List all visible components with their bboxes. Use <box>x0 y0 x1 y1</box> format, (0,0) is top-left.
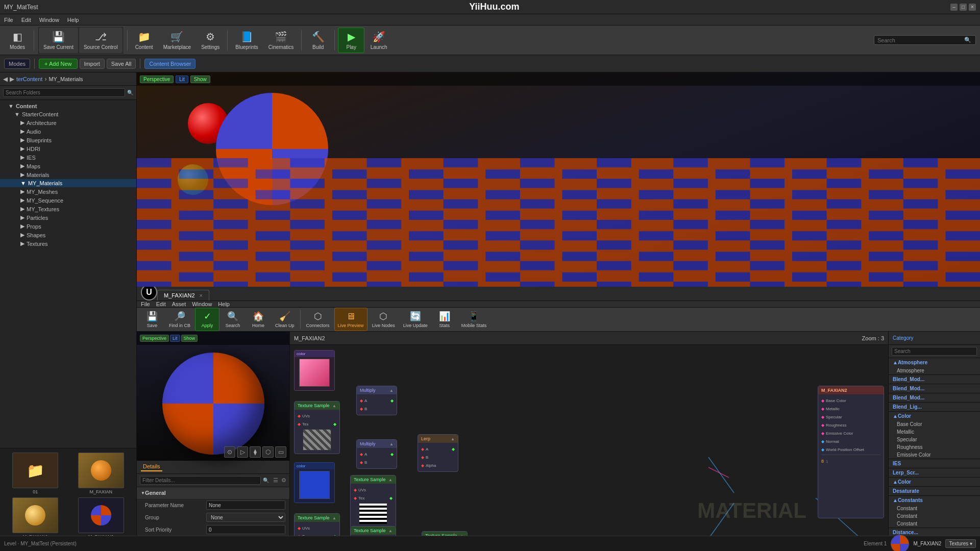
tree-item-starter[interactable]: ▼ StarterContent <box>0 110 136 118</box>
tree-item-my-sequence[interactable]: ▶ MY_Sequence <box>0 196 136 205</box>
palette-specular[interactable]: Specular <box>889 436 980 443</box>
mat-menu-window[interactable]: Window <box>192 301 212 307</box>
breadcrumb-root[interactable]: terContent <box>16 76 42 82</box>
settings-button[interactable]: ⚙ Settings <box>197 28 224 53</box>
live-preview-button[interactable]: 🖥 Live Preview <box>334 308 368 331</box>
find-in-cb-button[interactable]: 🔎 Find in CB <box>165 308 194 331</box>
tree-item-content[interactable]: ▼ Content <box>0 102 136 110</box>
preview-ctrl-4[interactable]: ⬡ <box>262 446 274 458</box>
texture-sample-node-3[interactable]: Texture Sample ▲ ◆UVs ◆Tex◆ <box>350 475 396 528</box>
palette-constant2[interactable]: Constant <box>889 512 980 520</box>
palette-color-header[interactable]: ▲Color <box>889 412 980 420</box>
tree-item-audio[interactable]: ▶ Audio <box>0 127 136 136</box>
output-node[interactable]: M_FAXIAN2 ◆Base Color ◆Metallic ◆Specula… <box>818 386 884 518</box>
forward-arrow[interactable]: ▶ <box>10 76 14 83</box>
lit-button[interactable]: Lit <box>176 76 188 83</box>
color-node[interactable]: color <box>294 350 335 391</box>
tree-item-hdri[interactable]: ▶ HDRI <box>0 144 136 153</box>
palette-constants-header[interactable]: ▲Constants <box>889 496 980 505</box>
stats-button[interactable]: 📊 Stats <box>432 308 457 331</box>
back-arrow[interactable]: ◀ <box>3 76 8 83</box>
tree-item-my-meshes[interactable]: ▶ MY_Meshes <box>0 187 136 196</box>
apply-button[interactable]: ✓ Apply <box>195 308 219 331</box>
mat-menu-help[interactable]: Help <box>218 301 230 307</box>
connectors-button[interactable]: ⬡ Connectors <box>303 308 333 331</box>
modes-button[interactable]: ◧ Modes <box>4 28 31 53</box>
category-tab[interactable]: Category <box>893 335 914 341</box>
palette-color2-header[interactable]: ▲Color <box>889 478 980 486</box>
content-button[interactable]: 📁 Content <box>131 28 158 53</box>
palette-blend3-header[interactable]: Blend_Mod... <box>889 393 980 402</box>
maximize-button[interactable]: □ <box>960 4 967 11</box>
launch-button[interactable]: 🚀 Launch <box>365 28 392 53</box>
palette-atmosphere-item[interactable]: Atmosphere <box>889 367 980 374</box>
palette-lerp2-header[interactable]: Lerp_Scr... <box>889 468 980 477</box>
content-browser-button[interactable]: Content Browser <box>144 59 195 69</box>
play-button[interactable]: ▶ Play <box>338 28 364 53</box>
group-select[interactable]: None <box>206 513 285 522</box>
tree-item-my-materials[interactable]: ▼ MY_Materials <box>0 179 136 187</box>
list-view-icon[interactable]: ☰ <box>273 477 278 484</box>
palette-atmosphere-header[interactable]: ▲Atmosphere <box>889 358 980 367</box>
palette-roughness[interactable]: Roughness <box>889 443 980 451</box>
marketplace-button[interactable]: 🛒 Marketplace <box>159 28 195 53</box>
minimize-button[interactable]: – <box>950 4 958 11</box>
blueprints-button[interactable]: 📘 Blueprints <box>231 28 262 53</box>
mat-menu-file[interactable]: File <box>141 301 150 307</box>
home-button[interactable]: 🏠 Home <box>246 308 271 331</box>
show-button[interactable]: Show <box>190 76 210 83</box>
tree-item-ies[interactable]: ▶ IES <box>0 153 136 162</box>
tree-item-shapes[interactable]: ▶ Shapes <box>0 231 136 239</box>
source-control-button[interactable]: ⎇ Source Control <box>79 28 122 53</box>
preview-lit-button[interactable]: Lit <box>170 335 180 342</box>
tree-item-textures[interactable]: ▶ Textures <box>0 239 136 248</box>
live-nodes-button[interactable]: ⬡ Live Nodes <box>369 308 399 331</box>
tree-item-particles[interactable]: ▶ Particles <box>0 213 136 222</box>
preview-show-button[interactable]: Show <box>181 335 198 342</box>
preview-ctrl-1[interactable]: ⊙ <box>224 446 235 458</box>
node-graph[interactable]: M_FAXIAN2 Zoom : 3 <box>290 332 888 551</box>
cinematics-button[interactable]: 🎬 Cinematics <box>264 28 298 53</box>
close-button[interactable]: × <box>969 4 976 11</box>
mobile-stats-button[interactable]: 📱 Mobile Stats <box>458 308 491 331</box>
parameter-name-input[interactable] <box>206 500 285 510</box>
save-current-button[interactable]: 💾 Save Current <box>39 28 78 53</box>
blue-color-node[interactable]: color <box>294 462 335 503</box>
toolbar-search-input[interactable] <box>877 37 964 43</box>
viewport-3d[interactable]: Perspective Lit Show <box>137 72 980 287</box>
tree-item-my-textures[interactable]: ▶ MY_Textures <box>0 205 136 213</box>
palette-lerp-header[interactable]: IES <box>889 459 980 468</box>
preview-perspective-button[interactable]: Perspective <box>140 335 169 342</box>
menu-file[interactable]: File <box>4 17 13 23</box>
palette-blend4-header[interactable]: Blend_Lig... <box>889 403 980 411</box>
palette-base-color[interactable]: Base Color <box>889 420 980 428</box>
preview-ctrl-2[interactable]: ▷ <box>237 446 248 458</box>
menu-help[interactable]: Help <box>67 17 79 23</box>
asset-m-faxian1[interactable]: M_FAXIAN1 <box>4 497 67 539</box>
asset-m-faxian2[interactable]: M_FAXIAN2 <box>70 497 133 539</box>
mat-menu-edit[interactable]: Edit <box>156 301 166 307</box>
sort-priority-input[interactable] <box>206 525 285 534</box>
mat-menu-asset[interactable]: Asset <box>172 301 186 307</box>
asset-folder[interactable]: 📁 01 <box>4 453 67 494</box>
build-button[interactable]: 🔨 Build <box>305 28 331 53</box>
multiply-node-1[interactable]: Multiply ▲ ◆A◆ ◆B <box>356 386 397 415</box>
add-new-button[interactable]: + Add New <box>39 59 78 69</box>
details-tab[interactable]: Details <box>141 462 162 471</box>
clean-up-button[interactable]: 🧹 Clean Up <box>272 308 298 331</box>
lerp-node[interactable]: Lerp ▲ ◆A◆ ◆B ◆Alpha <box>418 434 458 472</box>
tree-item-materials[interactable]: ▶ Materials <box>0 170 136 179</box>
breadcrumb-current[interactable]: MY_Materials <box>48 76 83 82</box>
palette-constant3[interactable]: Constant <box>889 520 980 528</box>
palette-blend2-header[interactable]: Blend_Mod... <box>889 384 980 393</box>
tree-item-blueprints[interactable]: ▶ Blueprints <box>0 136 136 144</box>
palette-blend1-header[interactable]: Blend_Mod... <box>889 375 980 384</box>
search-mat-button[interactable]: 🔍 Search <box>220 308 245 331</box>
tree-item-architecture[interactable]: ▶ Architecture <box>0 118 136 127</box>
tree-item-props[interactable]: ▶ Props <box>0 222 136 231</box>
palette-metallic[interactable]: Metallic <box>889 428 980 436</box>
tree-item-maps[interactable]: ▶ Maps <box>0 162 136 170</box>
save-all-button[interactable]: Save All <box>107 59 136 69</box>
import-button[interactable]: Import <box>80 59 105 69</box>
general-section-header[interactable]: General <box>137 487 289 499</box>
